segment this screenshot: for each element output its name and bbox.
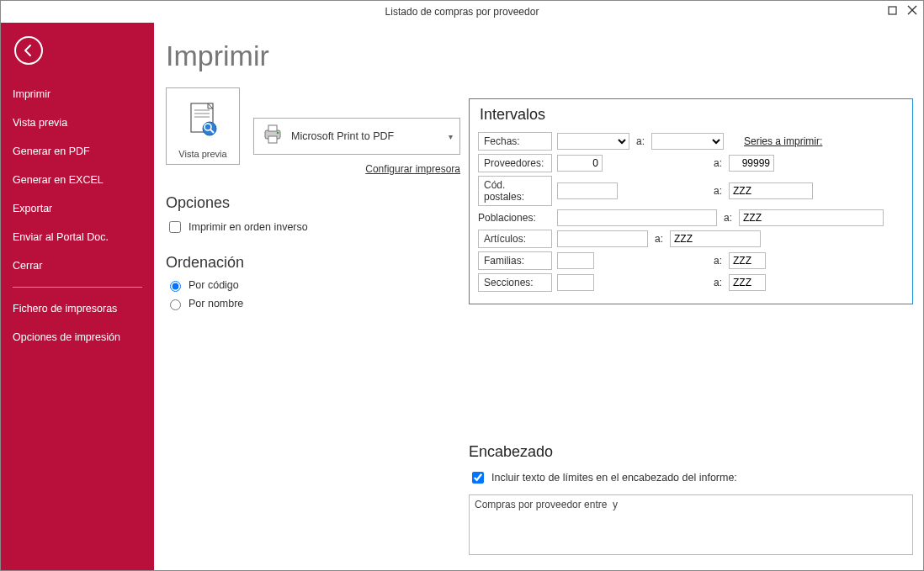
sidebar: Imprimir Vista previa Generar en PDF Gen… [1, 23, 154, 570]
poblaciones-from-input[interactable] [557, 209, 717, 226]
a-sep-7: a: [712, 277, 724, 288]
maximize-button[interactable] [886, 4, 898, 16]
fechas-to-input[interactable] [651, 133, 724, 150]
incluir-limites-checkbox[interactable] [472, 472, 484, 484]
familias-to-input[interactable] [729, 252, 766, 269]
radio-por-codigo-label: Por código [189, 279, 239, 291]
svg-rect-0 [889, 7, 896, 14]
intervalos-heading: Intervalos [480, 106, 904, 124]
codpostales-label: Cód. postales: [478, 176, 552, 206]
close-button[interactable] [906, 4, 918, 16]
reverse-order-checkbox[interactable] [169, 221, 181, 233]
secciones-to-input[interactable] [729, 274, 766, 291]
printer-selector[interactable]: Microsoft Print to PDF ▾ [253, 118, 460, 155]
nav-fichero-impresoras[interactable]: Fichero de impresoras [1, 294, 154, 323]
nav-exportar[interactable]: Exportar [1, 194, 154, 223]
nav-opciones-impresion[interactable]: Opciones de impresión [1, 323, 154, 352]
vista-previa-label: Vista previa [178, 149, 226, 159]
fechas-label: Fechas: [478, 132, 552, 151]
svg-rect-10 [268, 136, 277, 143]
printer-icon [261, 124, 284, 149]
a-sep-4: a: [722, 212, 734, 224]
secciones-label: Secciones: [478, 273, 552, 292]
page-title: Imprimir [166, 40, 905, 72]
radio-por-nombre-label: Por nombre [189, 298, 243, 309]
svg-point-11 [277, 132, 279, 135]
codpostales-to-input[interactable] [729, 182, 813, 199]
encabezado-heading: Encabezado [469, 443, 913, 461]
articulos-to-input[interactable] [670, 230, 761, 247]
window-title: Listado de compras por proveedor [385, 6, 539, 18]
intervalos-panel: Intervalos Fechas: a: Series a imprimir:… [469, 98, 913, 304]
articulos-from-input[interactable] [557, 230, 648, 247]
articulos-label: Artículos: [478, 230, 552, 248]
fechas-from-input[interactable] [557, 133, 629, 150]
printer-name: Microsoft Print to PDF [291, 130, 442, 142]
back-button[interactable] [14, 36, 43, 65]
incluir-limites-row[interactable]: Incluir texto de límites en el encabezad… [469, 469, 913, 486]
proveedores-from-input[interactable] [557, 155, 603, 172]
encabezado-panel: Encabezado Incluir texto de límites en e… [469, 443, 913, 558]
radio-por-codigo[interactable] [170, 281, 181, 292]
svg-rect-9 [268, 125, 277, 131]
incluir-limites-label: Incluir texto de límites en el encabezad… [491, 472, 737, 484]
a-sep-1: a: [635, 135, 646, 147]
nav-separator [13, 287, 142, 288]
proveedores-to-input[interactable] [729, 155, 774, 172]
familias-label: Familias: [478, 251, 552, 270]
reverse-order-label: Imprimir en orden inverso [189, 221, 308, 233]
document-preview-icon [186, 93, 220, 149]
nav-enviar-portal[interactable]: Enviar al Portal Doc. [1, 223, 154, 251]
nav-vista-previa[interactable]: Vista previa [1, 108, 154, 137]
vista-previa-button[interactable]: Vista previa [166, 87, 240, 165]
main-panel: Imprimir [154, 23, 923, 570]
nav-cerrar[interactable]: Cerrar [1, 251, 154, 280]
series-a-imprimir-link[interactable]: Series a imprimir: [744, 135, 822, 147]
titlebar: Listado de compras por proveedor [1, 1, 923, 23]
proveedores-label: Proveedores: [478, 154, 552, 172]
radio-por-nombre[interactable] [170, 299, 181, 310]
secciones-from-input[interactable] [557, 274, 594, 291]
configure-printer-link[interactable]: Configurar impresora [365, 163, 460, 175]
nav-generar-pdf[interactable]: Generar en PDF [1, 137, 154, 166]
familias-from-input[interactable] [557, 252, 594, 269]
a-sep-3: a: [712, 185, 724, 197]
a-sep-6: a: [712, 255, 724, 267]
a-sep-5: a: [653, 233, 665, 245]
nav-generar-excel[interactable]: Generar en EXCEL [1, 166, 154, 194]
a-sep-2: a: [712, 157, 724, 169]
print-dialog-window: Listado de compras por proveedor Imprimi… [0, 0, 924, 571]
chevron-down-icon: ▾ [449, 132, 453, 141]
encabezado-textarea[interactable] [469, 494, 913, 555]
nav-imprimir[interactable]: Imprimir [1, 80, 154, 108]
poblaciones-label: Poblaciones: [478, 209, 552, 226]
codpostales-from-input[interactable] [557, 182, 618, 199]
poblaciones-to-input[interactable] [739, 209, 884, 226]
